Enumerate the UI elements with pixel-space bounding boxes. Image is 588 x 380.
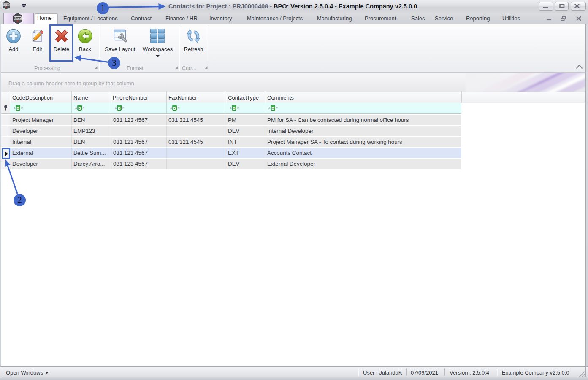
svg-text:bpo: bpo [4,3,9,7]
svg-text:bpo: bpo [15,16,21,20]
svg-text:A: A [14,107,16,110]
svg-text:C: C [21,107,23,110]
svg-text:B: B [16,106,19,110]
